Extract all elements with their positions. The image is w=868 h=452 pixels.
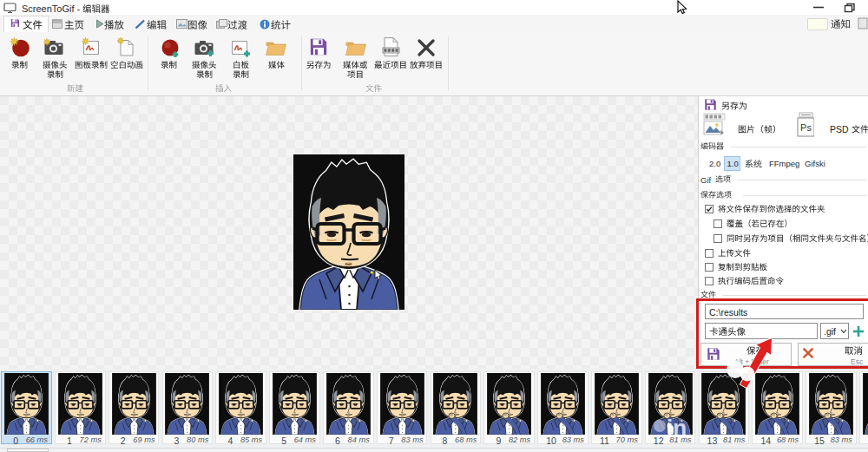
svg-text:y: y [745, 370, 749, 379]
svg-text:Ps: Ps [800, 122, 812, 133]
